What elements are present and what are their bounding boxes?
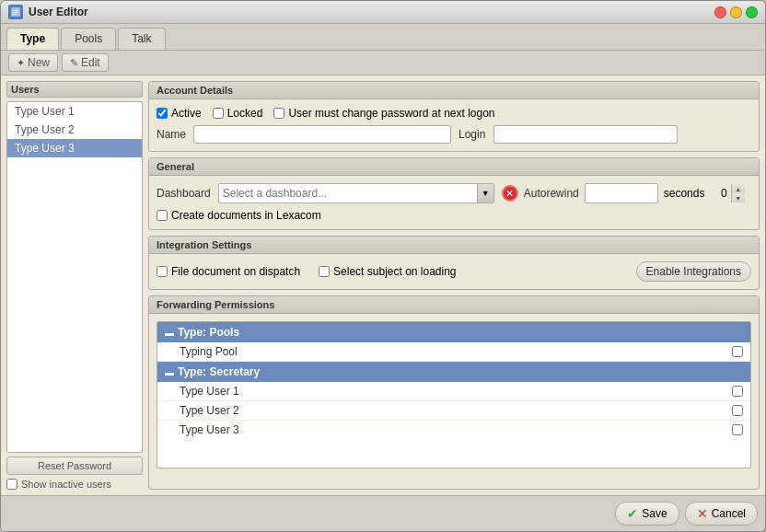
minimize-button[interactable] xyxy=(730,6,742,18)
active-text: Active xyxy=(171,107,202,120)
login-input[interactable] xyxy=(493,125,678,144)
svg-rect-2 xyxy=(13,12,18,13)
user-item-3[interactable]: Type User 3 xyxy=(7,139,142,157)
show-inactive-label[interactable]: Show inactive users xyxy=(6,479,143,490)
fwd-user1-checkbox[interactable] xyxy=(732,386,743,397)
spin-down-button[interactable]: ▼ xyxy=(732,193,745,202)
save-button[interactable]: ✔ Save xyxy=(615,502,679,526)
locked-text: Locked xyxy=(227,107,263,120)
file-dispatch-label[interactable]: File document on dispatch xyxy=(157,265,300,278)
forwarding-tree: ▬ Type: Pools Typing Pool ▬ Type: Secret… xyxy=(157,321,751,468)
new-button[interactable]: ✦ New xyxy=(8,53,58,72)
forwarding-item-user3: Type User 3 xyxy=(157,421,750,439)
account-fields-row: Name Login xyxy=(157,125,751,144)
tab-type[interactable]: Type xyxy=(6,28,59,50)
secretary-group-label: Type: Secretary xyxy=(178,365,260,378)
must-change-text: User must change password at next logon xyxy=(288,107,494,120)
window-title: User Editor xyxy=(29,6,709,18)
save-icon: ✔ xyxy=(627,506,638,521)
file-dispatch-checkbox[interactable] xyxy=(157,266,168,277)
dashboard-select[interactable]: ▼ xyxy=(218,183,494,203)
forwarding-body: ▬ Type: Pools Typing Pool ▬ Type: Secret… xyxy=(149,314,759,476)
general-section: General Dashboard ▼ ✕ Autorewind xyxy=(148,157,760,230)
create-lexacom-checkbox[interactable] xyxy=(157,210,168,221)
typing-pool-checkbox[interactable] xyxy=(732,346,743,357)
user-editor-window: User Editor Type Pools Talk ✦ New ✎ Edit… xyxy=(0,0,766,532)
must-change-label[interactable]: User must change password at next logon xyxy=(273,107,494,120)
toolbar: ✦ New ✎ Edit xyxy=(1,51,765,75)
cancel-label: Cancel xyxy=(712,507,746,520)
general-title: General xyxy=(149,158,759,176)
account-details-body: Active Locked User must change password … xyxy=(149,99,759,151)
cancel-icon: ✕ xyxy=(697,506,708,521)
enable-integrations-button[interactable]: Enable Integrations xyxy=(636,261,751,282)
fwd-user2-checkbox[interactable] xyxy=(732,405,743,416)
login-label: Login xyxy=(458,128,486,141)
fwd-user1-label: Type User 1 xyxy=(180,385,239,398)
left-panel: Users Type User 1 Type User 2 Type User … xyxy=(6,81,143,490)
users-panel-header: Users xyxy=(6,81,143,98)
secretary-collapse-icon[interactable]: ▬ xyxy=(165,367,174,377)
reset-password-button[interactable]: Reset Password xyxy=(6,457,143,475)
must-change-checkbox[interactable] xyxy=(273,108,284,119)
autorewind-input[interactable] xyxy=(586,185,731,202)
window-icon xyxy=(8,5,23,19)
account-details-title: Account Details xyxy=(149,82,759,99)
autorewind-label: Autorewind xyxy=(524,187,579,200)
window-controls xyxy=(714,6,758,18)
right-panel: Account Details Active Locked xyxy=(148,81,760,490)
create-lexacom-label[interactable]: Create documents in Lexacom xyxy=(157,209,751,222)
show-inactive-checkbox[interactable] xyxy=(6,479,17,490)
general-row1: Dashboard ▼ ✕ Autorewind ▲ xyxy=(157,183,751,203)
svg-rect-3 xyxy=(13,14,17,15)
locked-checkbox[interactable] xyxy=(213,108,224,119)
integration-title: Integration Settings xyxy=(149,237,759,254)
close-button[interactable] xyxy=(714,6,726,18)
tab-talk[interactable]: Talk xyxy=(118,28,165,50)
left-panel-footer: Reset Password Show inactive users xyxy=(6,457,143,490)
title-bar: User Editor xyxy=(1,1,765,24)
maximize-button[interactable] xyxy=(746,6,758,18)
select-subject-label[interactable]: Select subject on loading xyxy=(319,265,456,278)
file-dispatch-text: File document on dispatch xyxy=(171,265,300,278)
integration-row: File document on dispatch Select subject… xyxy=(157,261,751,282)
active-checkbox[interactable] xyxy=(157,108,168,119)
main-content: Users Type User 1 Type User 2 Type User … xyxy=(1,75,765,495)
spin-up-button[interactable]: ▲ xyxy=(732,184,745,193)
autorewind-section: ✕ Autorewind ▲ ▼ seconds xyxy=(502,183,705,203)
name-label: Name xyxy=(157,128,186,141)
autorewind-cancel-icon[interactable]: ✕ xyxy=(502,185,518,202)
tab-pools[interactable]: Pools xyxy=(61,28,116,50)
forwarding-section: Forwarding Permissions ▬ Type: Pools Typ… xyxy=(148,295,760,490)
dashboard-label: Dashboard xyxy=(157,187,211,200)
autorewind-spinners: ▲ ▼ xyxy=(731,184,745,202)
forwarding-item-user2: Type User 2 xyxy=(157,401,750,421)
integration-body: File document on dispatch Select subject… xyxy=(149,254,759,289)
account-details-section: Account Details Active Locked xyxy=(148,81,760,152)
dropdown-arrow-icon[interactable]: ▼ xyxy=(477,184,493,202)
select-subject-text: Select subject on loading xyxy=(333,265,456,278)
fwd-user3-checkbox[interactable] xyxy=(732,424,743,435)
forwarding-group-pools: ▬ Type: Pools xyxy=(157,322,750,342)
bottom-bar: ✔ Save ✕ Cancel xyxy=(1,495,765,531)
integration-section: Integration Settings File document on di… xyxy=(148,236,760,290)
pools-group-label: Type: Pools xyxy=(178,326,239,339)
save-label: Save xyxy=(642,507,667,520)
new-label: New xyxy=(28,56,50,69)
name-input[interactable] xyxy=(193,125,451,144)
forwarding-item-typing-pool: Typing Pool xyxy=(157,342,750,362)
account-checkboxes-row: Active Locked User must change password … xyxy=(157,107,751,120)
locked-label[interactable]: Locked xyxy=(213,107,263,120)
edit-icon: ✎ xyxy=(70,57,78,69)
cancel-button[interactable]: ✕ Cancel xyxy=(685,502,758,526)
svg-rect-1 xyxy=(13,10,18,11)
edit-button[interactable]: ✎ Edit xyxy=(62,53,109,72)
select-subject-checkbox[interactable] xyxy=(319,266,330,277)
autorewind-unit: seconds xyxy=(664,187,705,200)
pools-collapse-icon[interactable]: ▬ xyxy=(165,328,174,338)
user-item-2[interactable]: Type User 2 xyxy=(7,121,142,139)
user-item-1[interactable]: Type User 1 xyxy=(7,102,142,121)
dashboard-input[interactable] xyxy=(219,185,477,202)
show-inactive-text: Show inactive users xyxy=(21,479,111,490)
active-label[interactable]: Active xyxy=(157,107,202,120)
